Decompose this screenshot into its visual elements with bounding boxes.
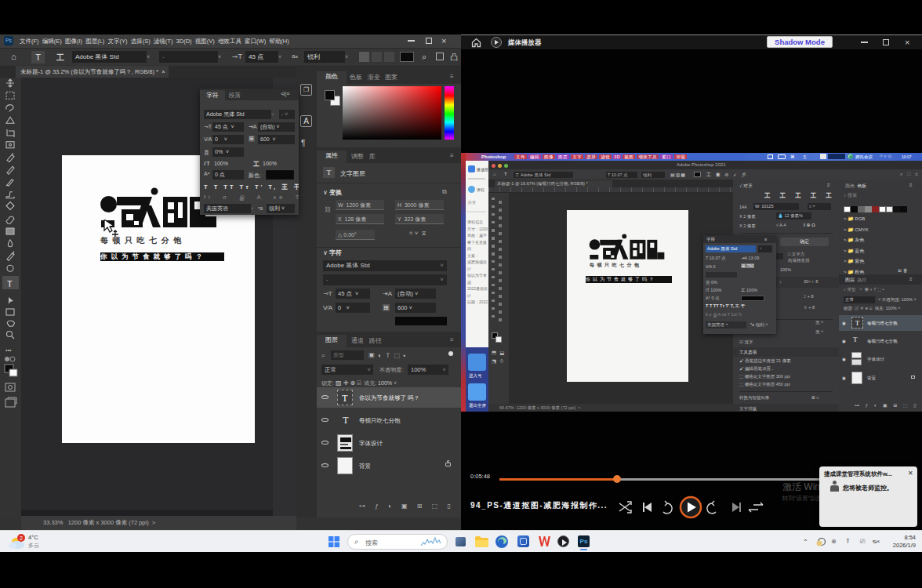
svg-text:T: T [7, 279, 13, 289]
svg-text:•••: ••• [5, 347, 12, 353]
svg-text:2: 2 [20, 535, 23, 541]
